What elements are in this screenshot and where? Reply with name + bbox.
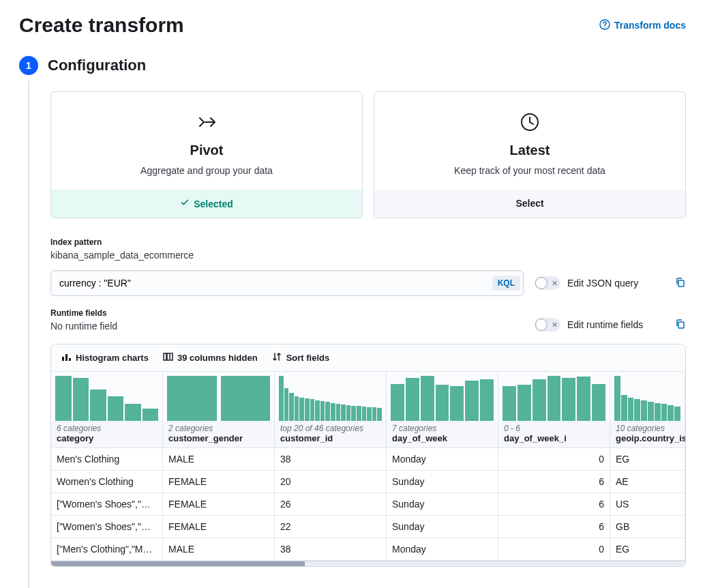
table-cell: ["Women's Shoes","Wom... — [51, 516, 163, 538]
table-cell: ["Men's Clothing","Men's ... — [51, 538, 163, 560]
table-cell: 26 — [275, 493, 387, 515]
table-cell: EG — [610, 448, 685, 470]
table-row[interactable]: ["Women's Shoes","Wom...FEMALE22Sunday6G… — [51, 516, 685, 538]
runtime-fields-value: No runtime field — [50, 321, 524, 332]
table-cell: 0 — [498, 448, 610, 470]
table-cell: Monday — [387, 448, 498, 470]
bar-chart-icon — [61, 351, 72, 364]
step-number-badge: 1 — [19, 56, 38, 75]
table-cell: Men's Clothing — [51, 448, 163, 470]
kql-badge[interactable]: KQL — [492, 276, 520, 291]
pivot-card-footer: Selected — [51, 190, 362, 218]
edit-runtime-label: Edit runtime fields — [567, 319, 643, 330]
columns-hidden-button[interactable]: 39 columns hidden — [162, 351, 258, 364]
table-cell: 20 — [275, 471, 387, 493]
horizontal-scrollbar[interactable] — [51, 561, 685, 566]
edit-runtime-toggle[interactable]: ✕ — [535, 318, 560, 332]
table-cell: Sunday — [387, 516, 498, 538]
table-cell: 6 — [498, 516, 610, 538]
query-input-wrap: KQL — [50, 270, 524, 296]
table-cell: Sunday — [387, 471, 498, 493]
table-cell: AE — [610, 471, 685, 493]
table-cell: 6 — [498, 471, 610, 493]
help-icon — [599, 19, 610, 32]
table-row[interactable]: ["Women's Shoes","Wom...FEMALE26Sunday6U… — [51, 493, 685, 516]
histogram-geoip.country_iso_ — [610, 372, 685, 421]
table-cell: US — [610, 493, 685, 515]
column-header-geoip.country_iso_[interactable]: 10 categoriesgeoip.country_iso_ — [610, 421, 685, 447]
docs-link-label: Transform docs — [614, 20, 686, 31]
clock-icon — [388, 111, 672, 133]
edit-json-toggle[interactable]: ✕ — [535, 276, 560, 290]
index-pattern-label: Index pattern — [50, 237, 686, 247]
table-cell: 6 — [498, 493, 610, 515]
step-connector-line — [28, 80, 29, 580]
histogram-day_of_week — [387, 372, 498, 421]
index-pattern-value: kibana_sample_data_ecommerce — [50, 250, 686, 261]
table-cell: Monday — [387, 538, 498, 560]
svg-rect-2 — [678, 280, 684, 286]
check-icon — [180, 198, 190, 209]
query-input[interactable] — [51, 271, 490, 295]
table-cell: EG — [610, 538, 685, 560]
table-cell: 38 — [275, 448, 387, 470]
table-cell: FEMALE — [163, 471, 275, 493]
copy-icon[interactable] — [675, 319, 686, 332]
latest-card-desc: Keep track of your most recent data — [388, 165, 672, 176]
latest-card-footer: Select — [374, 190, 685, 217]
svg-rect-7 — [164, 353, 166, 360]
preview-table: Histogram charts 39 columns hidden Sort … — [50, 344, 686, 567]
table-cell: 38 — [275, 538, 387, 560]
close-icon: ✕ — [552, 280, 558, 287]
table-row[interactable]: ["Men's Clothing","Men's ...MALE38Monday… — [51, 538, 685, 561]
table-cell: Sunday — [387, 493, 498, 515]
pivot-card[interactable]: Pivot Aggregate and group your data Sele… — [50, 91, 363, 218]
table-cell: MALE — [163, 538, 275, 560]
svg-rect-4 — [62, 357, 64, 361]
table-cell: GB — [610, 516, 685, 538]
svg-rect-5 — [65, 354, 68, 361]
runtime-fields-label: Runtime fields — [50, 308, 524, 318]
columns-icon — [162, 351, 173, 364]
sort-fields-button[interactable]: Sort fields — [271, 351, 330, 364]
copy-icon[interactable] — [675, 277, 686, 290]
transform-docs-link[interactable]: Transform docs — [599, 19, 686, 32]
table-cell: 22 — [275, 516, 387, 538]
table-row[interactable]: Men's ClothingMALE38Monday0EG — [51, 448, 685, 471]
edit-json-label: Edit JSON query — [567, 278, 638, 289]
column-header-category[interactable]: 6 categoriescategory — [51, 421, 163, 447]
histogram-customer_id — [275, 372, 387, 421]
step-title: Configuration — [48, 57, 146, 74]
column-header-customer_gender[interactable]: 2 categoriescustomer_gender — [163, 421, 275, 447]
svg-rect-6 — [69, 358, 71, 361]
pivot-card-title: Pivot — [65, 143, 348, 158]
table-cell: ["Women's Shoes","Wom... — [51, 493, 163, 515]
pivot-icon — [65, 111, 348, 133]
column-header-day_of_week_i[interactable]: 0 - 6day_of_week_i — [498, 421, 610, 447]
histogram-customer_gender — [163, 372, 275, 421]
histogram-charts-button[interactable]: Histogram charts — [61, 351, 149, 364]
svg-rect-8 — [167, 353, 170, 360]
table-row[interactable]: Women's ClothingFEMALE20Sunday6AE — [51, 471, 685, 493]
histogram-day_of_week_i — [498, 372, 610, 421]
close-icon: ✕ — [552, 321, 558, 329]
latest-card[interactable]: Latest Keep track of your most recent da… — [374, 91, 686, 218]
histogram-category — [51, 372, 163, 421]
latest-card-title: Latest — [388, 143, 672, 158]
column-header-customer_id[interactable]: top 20 of 46 categoriescustomer_id — [275, 421, 387, 447]
sort-icon — [271, 351, 282, 364]
column-header-day_of_week[interactable]: 7 categoriesday_of_week — [387, 421, 498, 447]
pivot-card-desc: Aggregate and group your data — [65, 165, 348, 176]
table-cell: 0 — [498, 538, 610, 560]
table-cell: FEMALE — [163, 516, 275, 538]
page-title: Create transform — [19, 14, 184, 37]
table-cell: Women's Clothing — [51, 471, 163, 493]
table-cell: MALE — [163, 448, 275, 470]
svg-rect-3 — [678, 322, 684, 328]
table-cell: FEMALE — [163, 493, 275, 515]
